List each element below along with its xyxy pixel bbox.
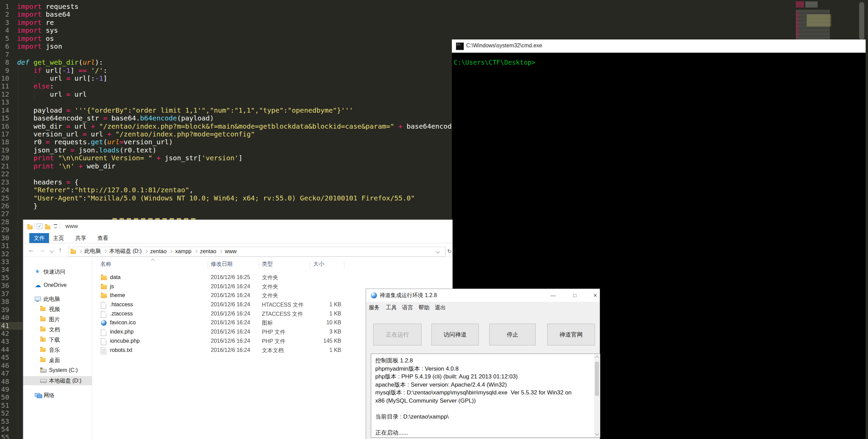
minimize-button[interactable]: — <box>547 289 559 302</box>
sidebar-item-OneDrive[interactable]: ☁OneDrive <box>23 281 92 290</box>
code-token <box>54 162 58 170</box>
code-token: "Mozilla/5.0 (Windows NT 10.0; Win64; x6… <box>87 194 415 202</box>
file-name: theme <box>110 292 125 298</box>
sidebar-item-下载[interactable]: 下载 <box>23 335 92 344</box>
sidebar-item-System (C:)[interactable]: System (C:) <box>23 366 92 375</box>
code-token: : <box>70 186 75 194</box>
divider <box>23 257 453 257</box>
code-text: "User-Agent":"Mozilla/5.0 (Windows NT 10… <box>17 194 415 202</box>
file-size: 10 KB <box>282 320 341 326</box>
line-number: 18 <box>0 138 9 146</box>
up-button[interactable]: ↑ <box>59 246 62 254</box>
zentao-button-正在运行[interactable]: 正在运行 <box>373 324 422 345</box>
menu-item-退出[interactable]: 退出 <box>435 304 446 311</box>
breadcrumb-item-zentao[interactable]: zentao <box>150 248 167 255</box>
sidebar-item-视频[interactable]: 视频 <box>23 305 92 314</box>
breadcrumb-item-www[interactable]: www <box>225 248 237 255</box>
quick-access-properties-icon[interactable]: ✓ <box>37 223 43 229</box>
breadcrumb-item-zentao[interactable]: zentao <box>200 248 216 255</box>
explorer-titlebar[interactable]: ✓ www <box>23 220 453 233</box>
folder-icon <box>70 250 76 254</box>
menu-item-工具[interactable]: 工具 <box>386 304 397 311</box>
recent-locations-dropdown-icon[interactable] <box>50 249 53 253</box>
address-dropdown-icon[interactable] <box>436 249 440 253</box>
breadcrumb-item-xampp[interactable]: xampp <box>175 248 191 255</box>
menu-item-服务[interactable]: 服务 <box>369 304 380 311</box>
close-button[interactable]: × <box>589 289 601 302</box>
line-number: 31 <box>0 242 9 250</box>
code-text: def get_web_dir(url): <box>17 59 103 66</box>
breadcrumb: 此电脑本地磁盘 (D:)zentaoxamppzentaowww <box>70 247 237 256</box>
column-header-name[interactable]: 名称 <box>100 261 111 268</box>
zentao-log-scrollbar[interactable] <box>594 354 600 437</box>
code-text: base64encode_str = base64.b64encode(payl… <box>17 114 214 122</box>
breadcrumb-item-本地磁盘 (D:)[interactable]: 本地磁盘 (D:) <box>109 248 142 255</box>
maximize-button[interactable]: □ <box>569 289 581 302</box>
zentao-log-text: 控制面板 1.2.8 phpmyadmin版本 : Version 4.0.8 … <box>375 357 580 437</box>
scrollbar-thumb[interactable] <box>595 362 599 396</box>
computer-icon <box>35 297 41 301</box>
divider <box>259 261 259 270</box>
navigation-bar: ← → ↑ 此电脑本地磁盘 (D:)zentaoxamppzentaowww ↻ <box>23 246 453 257</box>
sidebar-item-桌面[interactable]: 桌面 <box>23 356 92 365</box>
forward-button[interactable]: → <box>39 246 45 254</box>
line-number: 25 <box>0 194 9 202</box>
refresh-icon[interactable]: ↻ <box>446 247 453 256</box>
folder-down-icon <box>40 338 46 342</box>
globe-icon <box>101 320 107 326</box>
menu-item-语言[interactable]: 语言 <box>402 304 413 311</box>
line-number: 28 <box>0 218 9 226</box>
tab-文件[interactable]: 文件 <box>29 233 49 243</box>
column-header-date[interactable]: 修改日期 <box>211 261 233 268</box>
back-button[interactable]: ← <box>28 246 34 254</box>
zentao-button-禅道官网[interactable]: 禅道官网 <box>547 324 595 345</box>
column-header-size[interactable]: 大小 <box>313 261 324 268</box>
zentao-titlebar[interactable]: 禅道集成运行环境 1.2.8 — □ × <box>366 289 600 302</box>
sidebar-item-快速访问[interactable]: ★快速访问 <box>23 267 92 276</box>
address-bar[interactable]: 此电脑本地磁盘 (D:)zentaoxamppzentaowww <box>68 247 446 257</box>
sidebar-item-文档[interactable]: 文档 <box>23 325 92 334</box>
line-number: 41 <box>0 322 9 330</box>
line-number: 24 <box>0 186 9 194</box>
cmd-titlebar[interactable]: C:\. C:\Windows\system32\cmd.exe <box>452 39 866 53</box>
code-text: url = url[:-1] <box>17 75 107 82</box>
file-row-data[interactable]: data2016/12/6 16:25文件夹 <box>92 273 453 282</box>
code-token: url <box>70 90 87 98</box>
file-date: 2016/12/6 16:24 <box>211 302 250 308</box>
code-token: json_str <box>17 146 70 154</box>
sidebar-item-图片[interactable]: 图片 <box>23 315 92 324</box>
new-folder-icon[interactable] <box>45 225 50 229</box>
code-text: payload = '''{"orderBy":"order limit 1,1… <box>17 107 353 114</box>
code-text: import base64 <box>17 11 70 18</box>
sidebar-item-网络[interactable]: 网络 <box>23 391 92 400</box>
file-date: 2016/12/6 16:24 <box>211 311 250 317</box>
scroll-up-icon[interactable] <box>595 356 599 359</box>
code-token: = <box>46 138 50 146</box>
sidebar-item-此电脑[interactable]: 此电脑 <box>23 294 92 304</box>
tab-查看[interactable]: 查看 <box>95 233 111 243</box>
zentao-button-访问禅道[interactable]: 访问禅道 <box>431 324 479 345</box>
quick-access-toolbar-dropdown-icon[interactable] <box>54 224 57 225</box>
sidebar-item-本地磁盘 (D:)[interactable]: 本地磁盘 (D:) <box>23 376 92 385</box>
zentao-button-停止[interactable]: 停止 <box>489 324 536 345</box>
zentao-panel-window: 禅道集成运行环境 1.2.8 — □ × 服务工具语言帮助退出 正在运行访问禅道… <box>366 289 600 439</box>
menu-item-帮助[interactable]: 帮助 <box>419 304 429 311</box>
ribbon-tabs: 文件主页共享查看 <box>23 233 453 243</box>
line-number: 49 <box>0 386 9 393</box>
code-text: "Referer":"http://127.0.0.1:81/zentao", <box>17 186 193 194</box>
sidebar-item-音乐[interactable]: 音乐 <box>23 345 92 355</box>
scroll-down-icon[interactable] <box>595 432 599 435</box>
breadcrumb-item-此电脑[interactable]: 此电脑 <box>84 248 101 255</box>
sidebar-item-label: 网络 <box>44 392 54 399</box>
code-token: = <box>66 122 70 130</box>
breadcrumb-chevron-icon <box>104 250 107 253</box>
zentao-log-box[interactable]: 控制面板 1.2.8 phpmyadmin版本 : Version 4.0.8 … <box>371 354 600 438</box>
column-header-type[interactable]: 类型 <box>262 261 273 268</box>
line-number: 34 <box>0 266 9 274</box>
code-token: url <box>83 58 95 66</box>
tab-共享[interactable]: 共享 <box>73 233 89 243</box>
editor-scrollbar[interactable] <box>859 2 864 39</box>
tab-主页[interactable]: 主页 <box>50 233 67 243</box>
code-token: '''{"orderBy":"order limit 1,1'","num":"… <box>75 106 353 114</box>
minimap[interactable] <box>795 1 841 39</box>
